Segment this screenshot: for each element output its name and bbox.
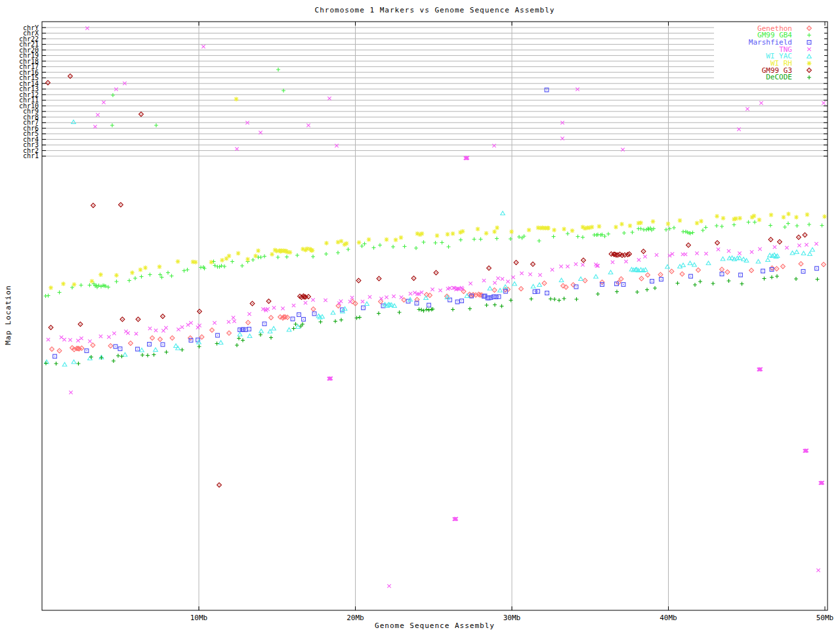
marker: [695, 221, 700, 226]
marker: [215, 342, 219, 346]
marker: [111, 93, 115, 97]
marker: [715, 241, 720, 245]
marker: [581, 236, 585, 240]
marker: [701, 228, 705, 232]
marker: [158, 264, 162, 269]
marker: [47, 294, 51, 298]
marker: [645, 288, 649, 292]
marker: [639, 220, 643, 225]
marker: [365, 302, 369, 306]
marker: [597, 224, 602, 229]
marker: [440, 241, 444, 245]
marker: [253, 254, 258, 259]
marker: [240, 264, 244, 268]
marker: [91, 203, 96, 208]
marker: [646, 273, 650, 278]
marker: [189, 339, 193, 343]
marker: [622, 231, 626, 235]
marker: [769, 213, 774, 217]
marker: [435, 234, 440, 238]
marker: [356, 278, 361, 283]
marker: [133, 276, 137, 280]
marker: [803, 233, 807, 238]
marker: [552, 235, 556, 239]
marker: [148, 327, 152, 330]
marker: [655, 253, 658, 257]
marker: [350, 296, 354, 299]
marker: [576, 235, 580, 239]
marker: [99, 335, 102, 338]
marker: [461, 229, 465, 234]
marker: [216, 333, 220, 337]
marker: [820, 224, 824, 228]
marker: [498, 288, 503, 292]
marker: [740, 282, 744, 286]
marker: [758, 247, 761, 251]
marker: [660, 278, 663, 282]
marker: [614, 225, 618, 230]
marker: [237, 337, 241, 341]
marker: [608, 270, 613, 274]
marker: [294, 322, 298, 326]
marker: [684, 253, 687, 256]
marker: [180, 348, 184, 352]
marker: [247, 334, 252, 338]
marker: [438, 289, 442, 292]
marker: [360, 244, 364, 248]
marker: [327, 96, 331, 100]
marker: [721, 257, 725, 261]
marker: [186, 268, 190, 272]
marker: [706, 261, 711, 265]
marker: [520, 272, 523, 275]
marker: [403, 245, 407, 249]
marker: [785, 246, 788, 249]
marker: [759, 101, 763, 104]
marker: [57, 348, 62, 353]
marker: [794, 277, 798, 281]
marker: [110, 123, 114, 127]
marker: [590, 225, 595, 230]
marker: [158, 337, 163, 342]
marker: [148, 343, 152, 346]
marker: [542, 281, 547, 285]
marker: [488, 286, 492, 290]
marker: [186, 323, 190, 326]
marker: [583, 278, 587, 283]
marker: [631, 230, 635, 234]
marker: [140, 275, 144, 279]
marker: [420, 232, 425, 236]
marker: [114, 273, 119, 278]
marker: [285, 255, 289, 259]
marker: [517, 235, 521, 239]
marker: [422, 240, 426, 244]
marker: [60, 335, 63, 339]
marker: [628, 224, 633, 228]
marker: [270, 252, 274, 257]
marker: [398, 310, 402, 314]
marker: [734, 217, 738, 221]
marker: [698, 280, 702, 284]
marker: [711, 282, 715, 285]
marker: [345, 242, 349, 246]
marker: [455, 300, 459, 304]
marker: [732, 223, 736, 227]
marker: [575, 297, 579, 301]
marker: [501, 211, 505, 215]
marker: [537, 239, 541, 243]
marker: [514, 261, 518, 265]
marker: [688, 261, 692, 265]
marker: [506, 280, 509, 283]
marker: [259, 255, 263, 259]
marker: [198, 345, 201, 348]
marker: [250, 301, 255, 306]
marker: [143, 266, 148, 270]
marker: [692, 262, 697, 266]
marker: [72, 120, 76, 124]
marker: [336, 251, 340, 255]
marker: [801, 270, 805, 274]
marker: [161, 343, 165, 346]
marker: [528, 272, 532, 276]
marker: [256, 249, 261, 253]
marker: [797, 243, 801, 247]
marker: [115, 280, 119, 284]
